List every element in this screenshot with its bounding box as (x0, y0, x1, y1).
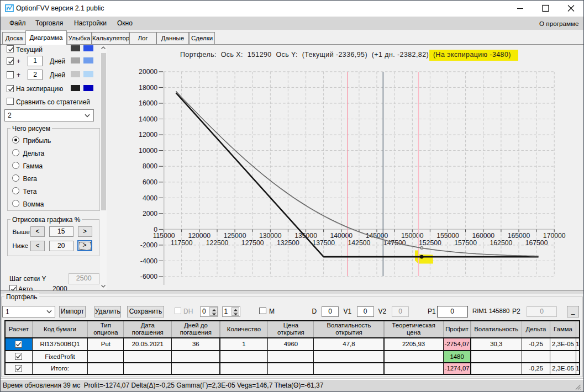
svg-text:170000: 170000 (543, 232, 566, 240)
svg-text:162500: 162500 (490, 239, 513, 247)
svg-text:155000: 155000 (436, 232, 459, 240)
svg-text:132500: 132500 (277, 239, 299, 247)
svg-text:12000: 12000 (139, 131, 157, 139)
svg-text:-2000: -2000 (140, 241, 157, 249)
svg-text:120000: 120000 (188, 232, 211, 240)
svg-text:152500: 152500 (419, 239, 441, 247)
svg-text:4000: 4000 (143, 194, 157, 202)
svg-text:140000: 140000 (330, 232, 352, 240)
svg-text:137500: 137500 (312, 239, 335, 247)
svg-text:142500: 142500 (348, 239, 371, 247)
svg-text:122500: 122500 (206, 239, 229, 247)
svg-text:-6000: -6000 (140, 273, 157, 280)
svg-text:-4000: -4000 (140, 257, 157, 265)
svg-text:160000: 160000 (472, 232, 494, 240)
svg-text:125000: 125000 (224, 232, 246, 240)
svg-text:165000: 165000 (508, 232, 530, 240)
svg-text:18000: 18000 (139, 84, 157, 92)
svg-text:127500: 127500 (241, 239, 264, 247)
svg-text:2000: 2000 (143, 210, 157, 218)
svg-text:157500: 157500 (454, 239, 477, 247)
svg-text:20000: 20000 (139, 68, 157, 76)
svg-text:115000: 115000 (153, 232, 175, 240)
svg-text:16000: 16000 (139, 99, 157, 107)
svg-text:130000: 130000 (259, 232, 282, 240)
svg-text:117500: 117500 (171, 239, 193, 247)
svg-text:14000: 14000 (139, 115, 157, 123)
svg-text:150000: 150000 (401, 232, 424, 240)
svg-text:10000: 10000 (139, 147, 157, 155)
svg-text:8000: 8000 (143, 162, 157, 170)
svg-text:6000: 6000 (143, 178, 157, 186)
svg-text:167500: 167500 (525, 239, 548, 247)
